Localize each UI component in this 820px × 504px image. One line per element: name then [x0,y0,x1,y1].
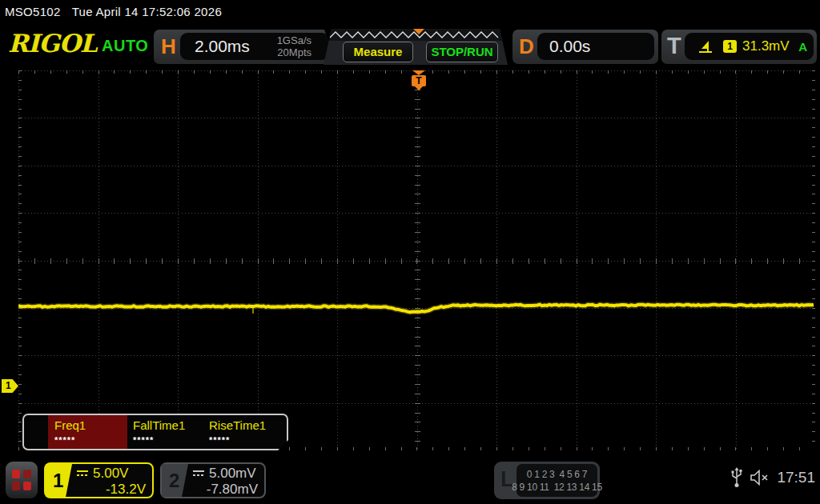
sample-rate: 1GSa/s [277,34,312,46]
trigger-display: 1 31.3mV A [685,33,814,60]
model-name: MSO5102 [5,5,61,18]
delay-display: 0.00s [537,33,654,60]
channel1-scale: 5.00V [93,466,128,482]
status-icons: 17:51 [731,467,815,488]
horizontal-label: H [161,34,176,59]
trigger-panel[interactable]: T 1 31.3mV A [661,30,817,64]
measurement-results-box: Freq1 ***** FallTime1 ***** RiseTime1 **… [22,414,288,450]
top-info-bar: MSO5102Tue April 14 17:52:06 2026 [5,5,222,18]
measurement-value: ***** [209,435,266,445]
measurement-item-risetime1[interactable]: RiseTime1 ***** [209,418,266,445]
oscilloscope-screen: { "top_bar": { "model": "MSO5102", "date… [0,0,820,504]
channel1-badge[interactable]: 1 5.00V -13.2V [44,462,154,498]
logic-analyzer-badge[interactable]: L 0 1 2 3 4 5 6 7 8 9 10 11 12 13 14 15 [494,462,600,499]
menu-button[interactable] [6,462,38,498]
system-clock: 17:51 [777,469,815,486]
measure-button[interactable]: Measure [343,42,413,62]
measurement-label: Freq1 [54,418,86,432]
mute-speaker-icon[interactable] [750,470,770,486]
trigger-slope-icon [697,40,713,54]
channel2-number: 2 [162,464,188,497]
channel1-ground-marker[interactable]: 1 [2,379,18,393]
trigger-t-badge: T [412,75,426,86]
usb-icon[interactable] [731,467,742,488]
channel2-offset: -7.80mV [192,482,258,498]
sample-rate-info: 1GSa/s 20Mpts [277,34,312,58]
acquisition-status: AUTO [102,37,148,55]
delay-panel[interactable]: D 0.00s [512,30,658,64]
measurement-item-freq1[interactable]: Freq1 ***** [54,418,86,445]
dc-coupling-icon [76,470,89,478]
memory-depth: 20Mpts [277,46,312,58]
preview-trigger-marker-icon [413,29,424,34]
stop-run-button[interactable]: STOP/RUN [426,42,498,62]
channel2-badge[interactable]: 2 5.00mV -7.80mV [160,462,266,498]
channel2-scale: 5.00mV [209,466,256,482]
scope-display-area[interactable]: T [18,70,815,450]
horizontal-panel[interactable]: H 2.00ms 1GSa/s 20Mpts [154,30,336,64]
logic-channels-display: 0 1 2 3 4 5 6 7 8 9 10 11 12 13 14 15 [517,464,597,497]
measurement-value: ***** [54,435,86,445]
timebase-value: 2.00ms [195,37,250,56]
datetime: Tue April 14 17:52:06 2026 [72,5,222,18]
trigger-mode: A [798,40,807,54]
logic-channels-row1: 0 1 2 3 4 5 6 7 [527,468,587,481]
trigger-level-value: 31.3mV [742,38,790,54]
trigger-label: T [667,33,681,59]
measurement-item-falltime1[interactable]: FallTime1 ***** [133,418,185,445]
channel2-values: 5.00mV -7.80mV [192,466,258,498]
trigger-point-icon [415,86,423,90]
menu-grid-icon [12,470,31,490]
rigol-logo: RIGOL [8,29,97,58]
measurement-label: FallTime1 [133,418,185,432]
trigger-position-marker[interactable]: T [412,70,426,92]
delay-label: D [519,34,534,59]
delay-value: 0.00s [549,37,590,56]
measurement-label: RiseTime1 [209,418,266,432]
horizontal-display: 2.00ms 1GSa/s 20Mpts [180,33,329,60]
channel1-trace [18,70,815,450]
trigger-source-badge: 1 [723,40,737,53]
channel1-number: 1 [46,464,72,497]
waveform-preview-strip [324,29,508,41]
channel1-values: 5.00V -13.2V [76,466,146,498]
dc-coupling-icon [192,470,205,478]
logic-channels-row2: 8 9 10 11 12 13 14 15 [512,481,602,494]
measurement-value: ***** [133,435,185,445]
channel1-offset: -13.2V [76,482,146,498]
